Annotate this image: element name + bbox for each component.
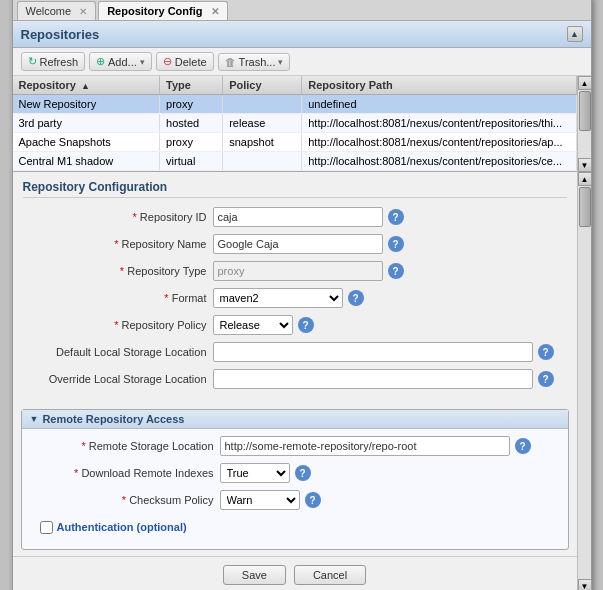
remote-location-label: * Remote Storage Location <box>30 440 220 452</box>
add-label: Add... <box>108 56 137 68</box>
form-main: Repository Configuration * Repository ID… <box>13 172 577 590</box>
form-section-wrapper: Repository Configuration * Repository ID… <box>13 172 591 590</box>
repo-name-row: * Repository Name ? <box>23 233 567 255</box>
cell-name: 3rd party <box>13 114 160 133</box>
override-storage-help-icon[interactable]: ? <box>538 371 554 387</box>
auth-checkbox[interactable] <box>40 521 53 534</box>
table-row[interactable]: 3rd party hosted release http://localhos… <box>13 114 577 133</box>
cell-policy <box>223 95 302 114</box>
checksum-help-icon[interactable]: ? <box>305 492 321 508</box>
repo-type-help-icon[interactable]: ? <box>388 263 404 279</box>
trash-dropdown-icon: ▾ <box>278 57 283 67</box>
download-indexes-select[interactable]: True False <box>220 463 290 483</box>
panel-arrows: ▲ <box>567 26 583 42</box>
repo-name-help-icon[interactable]: ? <box>388 236 404 252</box>
override-storage-input[interactable] <box>213 369 533 389</box>
repo-id-help-icon[interactable]: ? <box>388 209 404 225</box>
add-icon: ⊕ <box>96 55 105 68</box>
auth-checkbox-label[interactable]: Authentication (optional) <box>40 521 187 534</box>
add-button[interactable]: ⊕ Add... ▾ <box>89 52 152 71</box>
repo-id-input[interactable] <box>213 207 383 227</box>
format-help-icon[interactable]: ? <box>348 290 364 306</box>
add-dropdown-icon: ▾ <box>140 57 145 67</box>
remote-section: ▼ Remote Repository Access * Remote Stor… <box>21 409 569 550</box>
repo-name-input[interactable] <box>213 234 383 254</box>
form-scroll-down-btn[interactable]: ▼ <box>578 579 592 590</box>
repo-id-label: * Repository ID <box>23 211 213 223</box>
repositories-table: Repository ▲ Type Policy Repository Path… <box>13 76 577 171</box>
format-select[interactable]: maven2 maven1 nuget <box>213 288 343 308</box>
tab-welcome[interactable]: Welcome ✕ <box>17 1 97 20</box>
remote-location-help-icon[interactable]: ? <box>515 438 531 454</box>
download-indexes-required: * <box>74 467 78 479</box>
repo-type-row: * Repository Type ? <box>23 260 567 282</box>
format-row: * Format maven2 maven1 nuget ? <box>23 287 567 309</box>
tab-welcome-label: Welcome <box>26 5 72 17</box>
cell-type: proxy <box>160 133 223 152</box>
delete-button[interactable]: ⊖ Delete <box>156 52 214 71</box>
scroll-track[interactable] <box>578 90 591 158</box>
form-scrollbar[interactable]: ▲ ▼ <box>577 172 591 590</box>
col-path: Repository Path <box>302 76 576 95</box>
cell-type: proxy <box>160 95 223 114</box>
repo-policy-row: * Repository Policy Release Snapshot Mix… <box>23 314 567 336</box>
repo-id-row: * Repository ID ? <box>23 206 567 228</box>
repo-policy-label: * Repository Policy <box>23 319 213 331</box>
default-storage-help-icon[interactable]: ? <box>538 344 554 360</box>
table-row[interactable]: Central M1 shadow virtual http://localho… <box>13 152 577 171</box>
scroll-thumb[interactable] <box>579 91 591 131</box>
scroll-down-btn[interactable]: ▼ <box>578 158 592 172</box>
form-scroll-up-btn[interactable]: ▲ <box>578 172 592 186</box>
table-row[interactable]: New Repository proxy undefined <box>13 95 577 114</box>
checksum-select[interactable]: Warn Strict Ignore <box>220 490 300 510</box>
scroll-up-btn[interactable]: ▲ <box>578 76 592 90</box>
remote-location-input[interactable] <box>220 436 510 456</box>
download-indexes-help-icon[interactable]: ? <box>295 465 311 481</box>
cell-type: hosted <box>160 114 223 133</box>
cell-name: Apache Snapshots <box>13 133 160 152</box>
tab-repoconfig[interactable]: Repository Config ✕ <box>98 1 227 20</box>
download-indexes-label: * Download Remote Indexes <box>30 467 220 479</box>
tab-bar: Welcome ✕ Repository Config ✕ <box>13 0 591 21</box>
trash-button[interactable]: 🗑 Trash... ▾ <box>218 53 291 71</box>
cell-name: Central M1 shadow <box>13 152 160 171</box>
refresh-icon: ↻ <box>28 55 37 68</box>
repo-name-required: * <box>114 238 118 250</box>
auth-label: Authentication (optional) <box>57 521 187 533</box>
repo-type-input <box>213 261 383 281</box>
cancel-button[interactable]: Cancel <box>294 565 366 585</box>
form-scroll-thumb[interactable] <box>579 187 591 227</box>
cell-policy: snapshot <box>223 133 302 152</box>
form-section-title: Repository Configuration <box>23 180 567 198</box>
repo-policy-help-icon[interactable]: ? <box>298 317 314 333</box>
default-storage-input[interactable] <box>213 342 533 362</box>
override-storage-row: Override Local Storage Location ? <box>23 368 567 390</box>
remote-header[interactable]: ▼ Remote Repository Access <box>22 410 568 429</box>
default-storage-label: Default Local Storage Location <box>23 346 213 358</box>
tab-welcome-close[interactable]: ✕ <box>79 6 87 17</box>
default-storage-row: Default Local Storage Location ? <box>23 341 567 363</box>
refresh-button[interactable]: ↻ Refresh <box>21 52 86 71</box>
col-type: Type <box>160 76 223 95</box>
repo-type-label: * Repository Type <box>23 265 213 277</box>
repo-policy-required: * <box>114 319 118 331</box>
cell-path: undefined <box>302 95 576 114</box>
table-scrollbar[interactable]: ▲ ▼ <box>577 76 591 172</box>
delete-icon: ⊖ <box>163 55 172 68</box>
save-button[interactable]: Save <box>223 565 286 585</box>
table-header-row: Repository ▲ Type Policy Repository Path <box>13 76 577 95</box>
tab-repoconfig-close[interactable]: ✕ <box>211 6 219 17</box>
cell-policy: release <box>223 114 302 133</box>
collapse-icon: ▼ <box>30 414 39 424</box>
repo-name-label: * Repository Name <box>23 238 213 250</box>
cell-path: http://localhost:8081/nexus/content/repo… <box>302 133 576 152</box>
checksum-required: * <box>122 494 126 506</box>
repo-policy-select[interactable]: Release Snapshot Mixed <box>213 315 293 335</box>
checksum-label: * Checksum Policy <box>30 494 220 506</box>
repo-id-required: * <box>133 211 137 223</box>
form-scroll-track[interactable] <box>578 186 591 579</box>
remote-location-row: * Remote Storage Location ? <box>30 435 560 457</box>
collapse-btn[interactable]: ▲ <box>567 26 583 42</box>
trash-label: Trash... <box>239 56 276 68</box>
table-row[interactable]: Apache Snapshots proxy snapshot http://l… <box>13 133 577 152</box>
